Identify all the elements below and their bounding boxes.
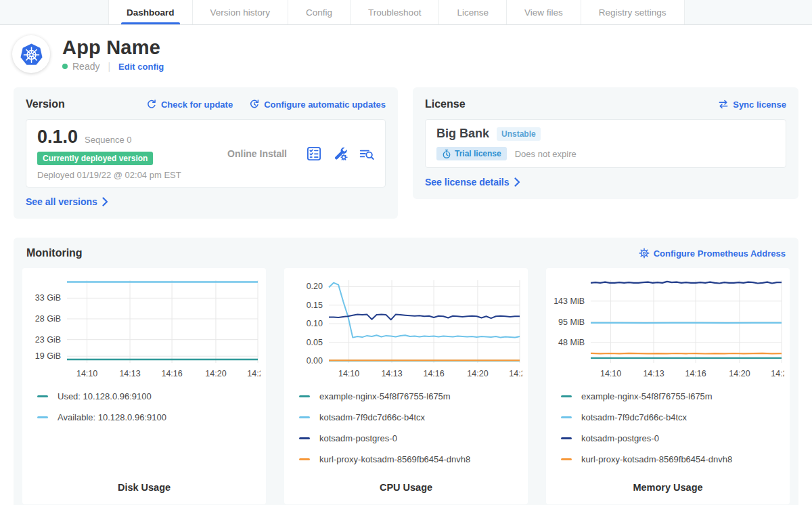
version-card-title: Version: [26, 98, 65, 110]
wrench-gear-icon[interactable]: [333, 146, 348, 161]
svg-text:14:13: 14:13: [381, 369, 402, 378]
deployed-timestamp: Deployed 01/19/22 @ 02:04 pm EST: [37, 170, 208, 180]
chart-title: Disk Usage: [28, 475, 261, 504]
legend-label: kotsadm-postgres-0: [319, 433, 397, 443]
sequence-label: Sequence 0: [85, 135, 131, 145]
see-all-versions-link[interactable]: See all versions: [26, 196, 108, 207]
chevron-right-icon: [102, 197, 108, 206]
svg-text:0.15: 0.15: [307, 301, 323, 310]
legend-swatch-icon: [37, 395, 48, 397]
sync-license-button[interactable]: Sync license: [718, 99, 786, 110]
refresh-icon: [146, 99, 157, 110]
svg-text:33 GiB: 33 GiB: [35, 293, 61, 303]
divider: |: [108, 61, 110, 72]
svg-text:19 GiB: 19 GiB: [35, 351, 61, 361]
expiry-label: Does not expire: [515, 149, 577, 159]
tab-config[interactable]: Config: [288, 0, 351, 24]
chart-title: Memory Usage: [551, 475, 784, 504]
legend-label: Used: 10.128.0.96:9100: [58, 391, 152, 401]
sync-icon: [718, 99, 729, 110]
tab-version-history[interactable]: Version history: [193, 0, 289, 24]
status-badge: Ready: [72, 61, 99, 72]
version-card: Version Check for update Configure autom…: [14, 87, 398, 219]
app-logo: [12, 35, 50, 73]
legend-item: kurl-proxy-kotsadm-8569fb6454-dnvh8: [561, 454, 776, 464]
legend-label: kotsadm-7f9dc7d66c-b4tcx: [319, 412, 425, 422]
license-card: License Sync license Big Bank Unstable T…: [413, 87, 798, 199]
legend-item: kotsadm-7f9dc7d66c-b4tcx: [299, 412, 514, 422]
chart-legend: Used: 10.128.0.96:9100Available: 10.128.…: [28, 387, 261, 433]
configure-automatic-updates-button[interactable]: Configure automatic updates: [249, 99, 386, 110]
legend-swatch-icon: [299, 416, 310, 418]
legend-swatch-icon: [37, 416, 48, 418]
svg-text:14:20: 14:20: [467, 369, 488, 378]
legend-swatch-icon: [561, 395, 572, 397]
svg-text:0.05: 0.05: [307, 338, 323, 347]
page-title: App Name: [62, 37, 164, 59]
see-license-details-link[interactable]: See license details: [425, 177, 520, 188]
tab-view-files[interactable]: View files: [507, 0, 581, 24]
legend-label: example-nginx-54f8f76755-l675m: [319, 391, 451, 401]
legend-item: Used: 10.128.0.96:9100: [37, 391, 252, 401]
svg-text:14:10: 14:10: [76, 369, 97, 378]
top-navbar: DashboardVersion historyConfigTroublesho…: [0, 0, 812, 25]
tab-license[interactable]: License: [439, 0, 507, 24]
legend-swatch-icon: [561, 416, 572, 418]
app-header: App Name Ready | Edit config: [0, 25, 812, 73]
configure-prometheus-button[interactable]: Configure Prometheus Address: [639, 248, 786, 259]
legend-swatch-icon: [299, 458, 310, 460]
svg-text:14:16: 14:16: [685, 369, 706, 378]
disk-usage-plot: 14:1014:1314:1614:2014:2333 GiB28 GiB23 …: [28, 275, 261, 387]
svg-text:14:10: 14:10: [338, 369, 359, 378]
memory-usage-card: 14:1014:1314:1614:2014:23143 MiB95 MiB48…: [546, 268, 790, 504]
tab-registry-settings[interactable]: Registry settings: [581, 0, 685, 24]
svg-text:48 MiB: 48 MiB: [558, 338, 585, 347]
preflight-checklist-icon[interactable]: [307, 146, 321, 161]
chevron-right-icon: [514, 177, 520, 187]
edit-config-link[interactable]: Edit config: [118, 62, 164, 72]
legend-label: Available: 10.128.0.96:9100: [58, 412, 166, 422]
svg-text:0.00: 0.00: [307, 356, 323, 366]
svg-text:95 MiB: 95 MiB: [558, 317, 585, 327]
customer-name: Big Bank: [436, 127, 489, 141]
legend-label: kurl-proxy-kotsadm-8569fb6454-dnvh8: [319, 454, 470, 464]
svg-text:28 GiB: 28 GiB: [35, 314, 61, 324]
svg-text:14:20: 14:20: [205, 369, 226, 378]
disk-usage-card: 14:1014:1314:1614:2014:2333 GiB28 GiB23 …: [22, 268, 266, 504]
legend-item: kotsadm-postgres-0: [561, 433, 776, 443]
legend-swatch-icon: [561, 458, 572, 460]
legend-label: kotsadm-7f9dc7d66c-b4tcx: [581, 412, 687, 422]
legend-item: Available: 10.128.0.96:9100: [37, 412, 252, 422]
legend-item: kurl-proxy-kotsadm-8569fb6454-dnvh8: [299, 454, 514, 464]
svg-text:143 MiB: 143 MiB: [554, 297, 585, 306]
legend-swatch-icon: [561, 437, 572, 439]
svg-text:14:20: 14:20: [729, 369, 750, 378]
svg-text:0.10: 0.10: [307, 319, 323, 328]
svg-text:14:23: 14:23: [771, 369, 784, 378]
cpu-usage-plot: 14:1014:1314:1614:2014:230.200.150.100.0…: [290, 275, 522, 387]
legend-swatch-icon: [299, 437, 310, 439]
currently-deployed-badge: Currently deployed version: [37, 152, 153, 165]
cpu-usage-card: 14:1014:1314:1614:2014:230.200.150.100.0…: [284, 268, 528, 504]
version-number: 0.1.0: [37, 127, 78, 148]
legend-swatch-icon: [299, 395, 310, 397]
memory-usage-plot: 14:1014:1314:1614:2014:23143 MiB95 MiB48…: [551, 275, 784, 387]
tab-dashboard[interactable]: Dashboard: [108, 0, 193, 24]
stopwatch-icon: [442, 149, 451, 158]
install-type-label: Online Install: [208, 148, 307, 159]
check-for-update-button[interactable]: Check for update: [146, 99, 233, 110]
svg-text:14:23: 14:23: [247, 369, 261, 378]
monitoring-section: Monitoring Configure Prometheus Address …: [14, 238, 798, 505]
legend-label: example-nginx-54f8f76755-l675m: [581, 391, 713, 401]
legend-item: kotsadm-postgres-0: [299, 433, 514, 443]
status-dot-icon: [62, 64, 68, 69]
view-logs-search-icon[interactable]: [359, 147, 374, 160]
legend-item: kotsadm-7f9dc7d66c-b4tcx: [561, 412, 776, 422]
legend-label: kurl-proxy-kotsadm-8569fb6454-dnvh8: [581, 454, 732, 464]
chart-legend: example-nginx-54f8f76755-l675mkotsadm-7f…: [290, 387, 522, 475]
svg-text:0.20: 0.20: [307, 282, 323, 291]
tab-troubleshoot[interactable]: Troubleshoot: [351, 0, 439, 24]
svg-text:14:23: 14:23: [509, 369, 522, 378]
kubernetes-wheel-icon: [19, 42, 44, 66]
svg-text:14:10: 14:10: [600, 369, 621, 378]
